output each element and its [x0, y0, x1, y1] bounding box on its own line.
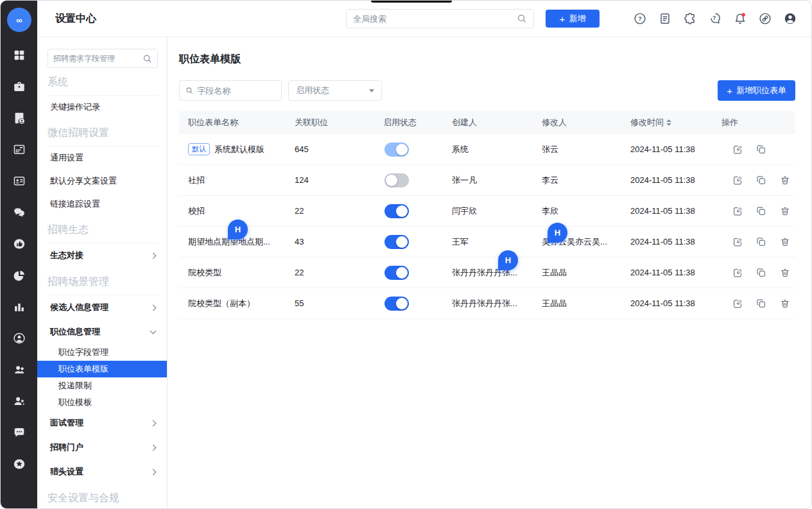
sidebar-group-portal[interactable]: 招聘门户 — [37, 435, 167, 460]
field-name-input[interactable] — [197, 86, 275, 96]
enable-toggle[interactable] — [384, 266, 409, 280]
delete-icon[interactable] — [780, 175, 790, 185]
topbar-icons: ? ? — [633, 12, 797, 26]
enable-status-select[interactable]: 启用状态 — [288, 80, 382, 101]
talent-star-icon[interactable] — [12, 393, 27, 409]
account-avatar-icon[interactable] — [783, 12, 797, 26]
document-icon[interactable] — [658, 12, 672, 26]
copy-icon[interactable] — [756, 144, 766, 155]
copy-icon[interactable] — [756, 268, 766, 278]
delete-icon[interactable] — [780, 268, 790, 278]
global-search-input[interactable] — [353, 14, 517, 24]
enable-toggle[interactable] — [384, 235, 409, 249]
delete-icon[interactable] — [780, 298, 790, 309]
linked-positions: 645 — [295, 144, 383, 154]
dashboard-icon[interactable] — [12, 47, 27, 63]
sidebar-item-default-share-copy[interactable]: 默认分享文案设置 — [37, 169, 167, 193]
sidebar-group-position-info[interactable]: 职位信息管理 — [37, 320, 167, 344]
modified-time: 2024-11-05 11:38 — [630, 175, 721, 185]
jobs-board-icon[interactable] — [12, 142, 27, 157]
global-search[interactable] — [346, 9, 534, 28]
edit-icon[interactable] — [732, 144, 743, 155]
plus-icon: + — [727, 86, 732, 96]
linked-positions: 22 — [295, 206, 383, 216]
delete-icon[interactable] — [780, 206, 790, 216]
edit-icon[interactable] — [732, 237, 743, 247]
edit-icon[interactable] — [732, 175, 743, 185]
col-form-name: 职位表单名称 — [188, 117, 295, 128]
sidebar-section-scenario: 招聘场景管理 — [48, 275, 158, 295]
resume-icon[interactable] — [12, 110, 27, 126]
help-icon[interactable]: ? — [633, 12, 647, 26]
link-icon[interactable] — [758, 12, 772, 26]
chevron-right-icon — [150, 252, 157, 259]
app-logo-icon[interactable]: ∞ — [7, 8, 31, 32]
copy-icon[interactable] — [756, 237, 766, 247]
sidebar-subitem-position-field[interactable]: 职位字段管理 — [37, 344, 167, 361]
copy-icon[interactable] — [756, 175, 766, 185]
sidebar-item-link-tracking[interactable]: 链接追踪设置 — [37, 193, 167, 216]
delete-icon[interactable] — [780, 237, 790, 247]
table-row: 院校类型 22 张丹丹张丹丹张... 王晶晶 2024-11-05 11:38 — [179, 257, 795, 288]
sidebar-subitem-delivery-limit[interactable]: 投递限制 — [37, 377, 167, 394]
position-form-table: 职位表单名称 关联职位 启用状态 创建人 修改人 修改时间 操作 默认系统默认模… — [179, 111, 795, 319]
notification-bell-icon[interactable] — [733, 12, 747, 26]
field-name-filter[interactable] — [179, 80, 282, 101]
table-row: 校招 22 闫宇欣 李欣 2024-11-05 11:38 — [179, 196, 795, 227]
enable-toggle[interactable] — [384, 173, 409, 187]
edit-icon[interactable] — [732, 206, 743, 216]
presence-badge-h: H — [548, 223, 567, 243]
screen-notch — [371, 1, 452, 3]
approval-like-icon[interactable] — [12, 236, 27, 252]
sidebar-group-headhunter[interactable]: 猎头设置 — [37, 460, 167, 484]
sidebar-item-general-settings[interactable]: 通用设置 — [37, 146, 167, 169]
plugin-icon[interactable] — [683, 12, 697, 26]
sidebar-group-candidate-info[interactable]: 候选人信息管理 — [37, 295, 167, 320]
message-dots-icon[interactable] — [12, 425, 27, 440]
bar-report-icon[interactable] — [12, 299, 27, 315]
add-button[interactable]: + 新增 — [546, 10, 600, 28]
edit-icon[interactable] — [732, 268, 743, 278]
chevron-right-icon — [150, 304, 157, 311]
app-window: ∞ 设置中心 + 新增 ? — [0, 0, 812, 509]
team-search-icon[interactable] — [12, 362, 27, 377]
sort-icon[interactable] — [666, 119, 671, 126]
assistant-icon[interactable]: ? — [708, 12, 722, 26]
copy-icon[interactable] — [756, 206, 766, 216]
creator: 张丹丹张丹丹张... — [452, 267, 542, 279]
sidebar-search-input[interactable] — [53, 54, 143, 63]
default-badge: 默认 — [188, 143, 210, 155]
col-linked-positions: 关联职位 — [295, 117, 383, 128]
content-title: 职位表单模版 — [179, 53, 795, 66]
sidebar-item-key-operation-log[interactable]: 关键操作记录 — [37, 96, 167, 119]
sidebar-subitem-position-template[interactable]: 职位模板 — [37, 394, 167, 411]
briefcase-icon[interactable] — [12, 79, 27, 94]
form-name: 校招 — [188, 205, 205, 217]
sidebar-subitem-position-form-template[interactable]: 职位表单模版 — [37, 361, 167, 377]
col-actions: 操作 — [721, 117, 795, 128]
status-toggle-cell — [383, 266, 452, 280]
chevron-down-icon — [150, 328, 157, 334]
svg-text:?: ? — [713, 15, 716, 21]
enable-toggle[interactable] — [384, 297, 409, 311]
pie-report-icon[interactable] — [12, 268, 27, 283]
enable-toggle[interactable] — [384, 142, 409, 157]
form-name: 院校类型（副本） — [188, 298, 255, 309]
add-position-form-button[interactable]: + 新增职位表单 — [718, 80, 795, 101]
status-toggle-cell — [383, 204, 452, 218]
id-card-icon[interactable] — [12, 173, 27, 189]
edit-icon[interactable] — [732, 298, 743, 309]
col-modified-time[interactable]: 修改时间 — [630, 117, 721, 128]
star-badge-icon[interactable] — [12, 456, 27, 472]
page-title: 设置中心 — [55, 12, 96, 26]
status-toggle-cell — [383, 235, 452, 249]
sidebar-search[interactable] — [48, 49, 158, 68]
enable-toggle[interactable] — [384, 204, 409, 218]
table-row: 默认系统默认模版 645 系统 张云 2024-11-05 11:38 — [179, 134, 795, 165]
search-icon — [517, 13, 527, 24]
sidebar-group-ecosystem-connect[interactable]: 生态对接 — [37, 243, 167, 268]
copy-icon[interactable] — [756, 298, 766, 309]
sidebar-group-interview[interactable]: 面试管理 — [37, 411, 167, 435]
member-circle-icon[interactable] — [12, 331, 27, 346]
chat-duo-icon[interactable] — [12, 205, 27, 220]
